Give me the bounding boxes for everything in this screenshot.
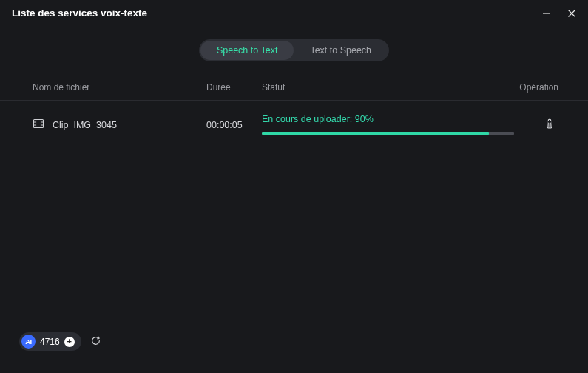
close-button[interactable] (567, 9, 576, 18)
delete-button[interactable] (541, 115, 558, 135)
cell-duration: 00:00:05 (206, 120, 262, 130)
svg-rect-3 (34, 120, 44, 128)
minimize-button[interactable] (542, 9, 551, 18)
progress-fill (262, 132, 489, 135)
header-duration: Durée (206, 82, 262, 93)
credits-count: 4716 (40, 337, 60, 347)
refresh-icon (90, 335, 101, 349)
header-filename: Nom de fichier (33, 82, 206, 93)
footer: AI 4716 + (19, 332, 101, 351)
window-controls (542, 9, 576, 18)
table-header: Nom de fichier Durée Statut Opération (0, 75, 588, 101)
tab-text-to-speech[interactable]: Text to Speech (294, 41, 388, 60)
tabs-row: Speech to Text Text to Speech (0, 39, 588, 61)
plus-icon: + (64, 337, 75, 347)
tab-speech-to-text[interactable]: Speech to Text (200, 41, 294, 60)
ai-badge-icon: AI (21, 335, 36, 349)
header-status: Statut (262, 82, 514, 93)
cell-operation (514, 115, 558, 135)
credits-pill[interactable]: AI 4716 + (19, 332, 81, 351)
cell-status: En cours de uploader: 90% (262, 114, 514, 135)
refresh-button[interactable] (90, 335, 101, 349)
trash-icon (544, 121, 555, 132)
segmented-control: Speech to Text Text to Speech (199, 39, 389, 61)
window-title: Liste des services voix-texte (12, 7, 147, 19)
progress-bar (262, 132, 514, 135)
filename-text: Clip_IMG_3045 (53, 120, 117, 130)
status-text: En cours de uploader: 90% (262, 114, 514, 124)
header-operation: Opération (514, 82, 558, 93)
cell-filename: Clip_IMG_3045 (33, 118, 206, 132)
table-row: Clip_IMG_3045 00:00:05 En cours de uploa… (0, 101, 588, 149)
clip-icon (33, 118, 44, 132)
titlebar: Liste des services voix-texte (0, 0, 588, 23)
